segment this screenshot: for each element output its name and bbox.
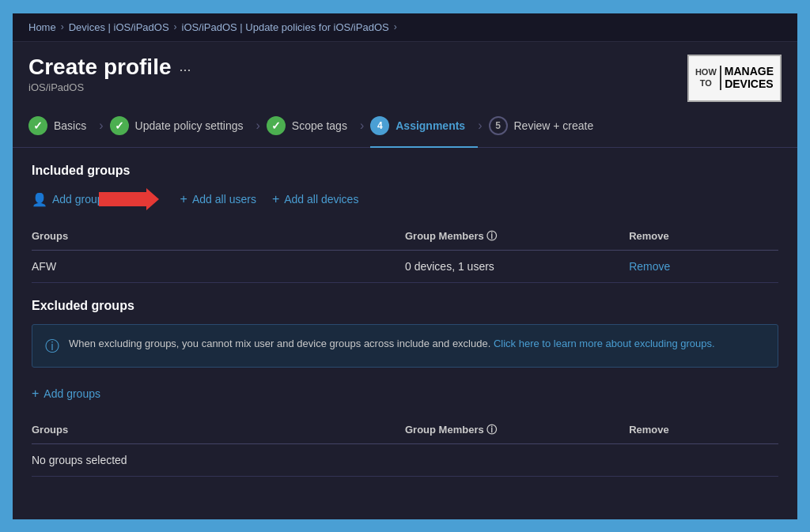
excluded-add-groups-icon: +	[32, 387, 39, 401]
step-5-label: Review + create	[514, 119, 594, 132]
excluded-add-groups-button[interactable]: + Add groups	[32, 383, 100, 404]
arrow-body	[99, 192, 146, 206]
table-row: No groups selected	[32, 443, 778, 476]
col-header-groups-included: Groups	[32, 223, 405, 251]
col-header-remove-included: Remove	[629, 223, 778, 251]
breadcrumb-devices[interactable]: Devices | iOS/iPadOS	[69, 21, 169, 33]
step-2-label: Update policy settings	[135, 119, 244, 132]
add-groups-person-icon: 👤	[32, 192, 47, 207]
col-header-members-excluded: Group Members ⓘ	[405, 417, 629, 444]
page-title-text: Create profile	[28, 55, 172, 80]
info-banner-message: When excluding groups, you cannot mix us…	[69, 338, 490, 349]
step-2-circle: ✓	[110, 116, 129, 135]
page-title: Create profile ...	[28, 55, 191, 80]
step-sep-2: ›	[256, 119, 260, 133]
step-2-check: ✓	[115, 119, 124, 132]
logo-how: HOW	[695, 67, 717, 77]
col-header-remove-excluded: Remove	[629, 417, 778, 444]
step-4-num: 4	[377, 120, 383, 131]
table-row: AFW 0 devices, 1 users Remove	[32, 250, 778, 282]
breadcrumb: Home › Devices | iOS/iPadOS › iOS/iPadOS…	[13, 13, 797, 42]
breadcrumb-sep-1: ›	[61, 21, 64, 32]
add-groups-button[interactable]: 👤 Add groups	[32, 189, 109, 210]
page-subtitle: iOS/iPadOS	[28, 81, 191, 93]
remove-link-afw[interactable]: Remove	[629, 260, 670, 273]
arrow-indicator	[99, 192, 146, 206]
included-action-row: 👤 Add groups + Add all users + Add all d…	[32, 189, 778, 210]
excluded-add-groups-label: Add groups	[44, 387, 100, 400]
logo-to: TO	[700, 78, 712, 89]
add-all-devices-label: Add all devices	[284, 193, 358, 206]
step-sep-1: ›	[99, 119, 103, 133]
add-all-users-label: Add all users	[192, 193, 256, 206]
step-3-label: Scope tags	[292, 119, 347, 132]
no-groups-selected: No groups selected	[32, 443, 405, 476]
step-assignments[interactable]: 4 Assignments	[370, 116, 478, 148]
step-4-circle: 4	[370, 116, 389, 135]
info-banner: ⓘ When excluding groups, you cannot mix …	[32, 324, 778, 368]
add-all-devices-button[interactable]: + Add all devices	[272, 189, 359, 209]
header-area: Create profile ... iOS/iPadOS HOW TO MAN…	[13, 42, 797, 102]
included-groups-section: Included groups 👤 Add groups + Add all u…	[32, 164, 778, 283]
included-groups-title: Included groups	[32, 164, 778, 178]
breadcrumb-sep-2: ›	[174, 21, 177, 32]
step-1-circle: ✓	[28, 116, 47, 135]
content-area: Included groups 👤 Add groups + Add all u…	[13, 148, 797, 508]
excluded-groups-section: Excluded groups ⓘ When excluding groups,…	[32, 299, 778, 477]
step-1-check: ✓	[33, 119, 43, 132]
add-all-users-icon: +	[180, 192, 187, 206]
group-remove-afw[interactable]: Remove	[629, 250, 778, 282]
excluded-groups-title: Excluded groups	[32, 299, 778, 313]
info-banner-link[interactable]: Click here to learn more about excluding…	[494, 338, 715, 349]
step-5-circle: 5	[489, 116, 508, 135]
step-update-policy[interactable]: ✓ Update policy settings	[110, 116, 256, 146]
step-4-label: Assignments	[396, 119, 465, 132]
breadcrumb-home[interactable]: Home	[28, 21, 56, 33]
excluded-remove-empty	[629, 443, 778, 476]
group-members-afw: 0 devices, 1 users	[405, 250, 629, 282]
logo-manage: MANAGE	[720, 66, 774, 77]
excluded-groups-table: Groups Group Members ⓘ Remove No groups …	[32, 417, 778, 477]
step-basics[interactable]: ✓ Basics	[28, 116, 99, 146]
add-all-users-button[interactable]: + Add all users	[180, 189, 256, 209]
logo-devices: DEVICES	[720, 78, 773, 90]
excluded-members-empty	[405, 443, 629, 476]
step-3-check: ✓	[271, 119, 281, 132]
step-1-label: Basics	[54, 119, 86, 132]
col-header-members-included: Group Members ⓘ	[405, 223, 629, 251]
ellipsis-button[interactable]: ...	[180, 58, 191, 75]
step-sep-3: ›	[360, 119, 364, 133]
breadcrumb-policies[interactable]: iOS/iPadOS | Update policies for iOS/iPa…	[182, 21, 389, 33]
wizard-steps: ✓ Basics › ✓ Update policy settings › ✓ …	[13, 102, 797, 148]
info-icon: ⓘ	[45, 337, 59, 356]
excluded-action-row: + Add groups	[32, 383, 778, 404]
info-banner-text: When excluding groups, you cannot mix us…	[69, 336, 715, 352]
step-sep-4: ›	[478, 119, 482, 133]
step-review-create[interactable]: 5 Review + create	[489, 116, 607, 146]
step-3-circle: ✓	[267, 116, 286, 135]
logo-block: HOW TO MANAGE DEVICES	[687, 55, 782, 102]
breadcrumb-sep-3: ›	[394, 21, 397, 32]
col-header-groups-excluded: Groups	[32, 417, 405, 444]
group-name-afw: AFW	[32, 250, 405, 282]
included-groups-table: Groups Group Members ⓘ Remove AFW 0 devi…	[32, 223, 778, 283]
step-scope-tags[interactable]: ✓ Scope tags	[267, 116, 360, 146]
step-5-num: 5	[495, 120, 501, 131]
add-all-devices-icon: +	[272, 192, 279, 206]
page-title-block: Create profile ... iOS/iPadOS	[28, 55, 191, 93]
